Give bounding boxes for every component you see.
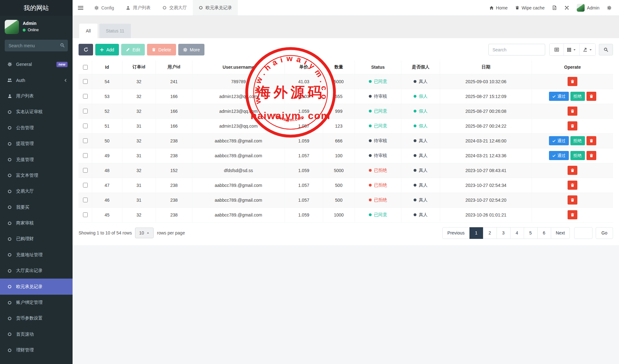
column-header-订单id[interactable]: 订单id xyxy=(122,61,156,74)
delete-row-button[interactable] xyxy=(568,181,577,190)
sidebar-item-我要买[interactable]: 我要买 xyxy=(0,199,73,215)
order-id: 31 xyxy=(122,178,156,193)
fullscreen-button[interactable] xyxy=(564,5,569,10)
columns-button[interactable] xyxy=(564,44,580,55)
column-header-是否假人[interactable]: 是否假人 xyxy=(401,61,440,74)
refresh-button[interactable] xyxy=(79,44,93,55)
delete-row-button[interactable] xyxy=(568,77,577,86)
settings-menu[interactable] xyxy=(607,6,611,10)
sidebar-item-用户列表[interactable]: 用户列表 xyxy=(0,88,73,104)
nav-tab-欧元承兑记录[interactable]: 欧元承兑记录 xyxy=(193,0,238,15)
nav-tab-用户列表[interactable]: 用户列表 xyxy=(120,0,156,15)
column-header-User.username[interactable]: User.username xyxy=(192,61,285,74)
page-button-6[interactable]: 6 xyxy=(537,227,551,239)
export-button[interactable] xyxy=(580,44,595,55)
approve-button[interactable]: 通过 xyxy=(549,136,569,145)
page-button-3[interactable]: 3 xyxy=(497,227,510,239)
approve-button[interactable]: 通过 xyxy=(549,151,569,160)
delete-row-button[interactable] xyxy=(568,166,577,175)
filter-tab-Status 11[interactable]: Status 11 xyxy=(99,24,131,38)
page-size-dropdown[interactable]: 10 xyxy=(135,228,154,238)
more-button[interactable]: More xyxy=(178,44,205,55)
sidebar-item-理财管理[interactable]: 理财管理 xyxy=(0,342,73,358)
column-header-单价[interactable]: 单价 xyxy=(285,61,323,74)
column-header-日期[interactable]: 日期 xyxy=(440,61,532,74)
detail-view-button[interactable] xyxy=(550,44,564,55)
page-button-4[interactable]: 4 xyxy=(510,227,524,239)
delete-button[interactable]: Delete xyxy=(147,44,176,55)
delete-row-button[interactable] xyxy=(568,195,577,205)
sidebar-item-交易大厅[interactable]: 交易大厅 xyxy=(0,183,73,199)
sidebar-item-大厅卖出记录[interactable]: 大厅卖出记录 xyxy=(0,263,73,279)
add-button[interactable]: Add xyxy=(95,44,119,55)
delete-row-button[interactable] xyxy=(568,210,577,219)
column-header-Id[interactable]: Id xyxy=(92,61,122,74)
username: aabbcc789.@gmail.com xyxy=(192,193,285,207)
sidebar-item-账户绑定管理[interactable]: 账户绑定管理 xyxy=(0,295,73,310)
order-id: 31 xyxy=(122,193,156,207)
delete-row-button[interactable] xyxy=(587,92,596,101)
delete-row-button[interactable] xyxy=(587,136,596,145)
sidebar-item-富文本管理[interactable]: 富文本管理 xyxy=(0,168,73,183)
delete-row-button[interactable] xyxy=(568,121,577,130)
home-link[interactable]: Home xyxy=(489,5,508,10)
circle-icon xyxy=(162,6,167,10)
nav-tab-label: 交易大厅 xyxy=(169,5,187,11)
previous-page-button[interactable]: Previous xyxy=(442,227,469,239)
nav-tab-Config[interactable]: Config xyxy=(88,0,120,15)
row-checkbox[interactable] xyxy=(83,109,88,113)
row-checkbox[interactable] xyxy=(83,94,88,99)
row-checkbox[interactable] xyxy=(83,212,88,217)
edit-button[interactable]: Edit xyxy=(121,44,145,55)
nav-tab-交易大厅[interactable]: 交易大厅 xyxy=(156,0,193,15)
menu-search-input[interactable] xyxy=(5,40,68,51)
reject-button[interactable]: 拒绝 xyxy=(570,151,585,160)
row-checkbox[interactable] xyxy=(83,138,88,143)
status-dot xyxy=(369,124,372,127)
sidebar-item-货币参数设置[interactable]: 货币参数设置 xyxy=(0,310,73,326)
filter-tab-All[interactable]: All xyxy=(79,24,97,38)
row-checkbox[interactable] xyxy=(83,168,88,173)
column-header-数量[interactable]: 数量 xyxy=(323,61,355,74)
sidebar-item-充值管理[interactable]: 充值管理 xyxy=(0,152,73,167)
row-checkbox[interactable] xyxy=(83,183,88,188)
row-checkbox[interactable] xyxy=(83,124,88,128)
go-button[interactable]: Go xyxy=(596,227,613,239)
approve-button[interactable]: 通过 xyxy=(549,92,569,101)
delete-row-button[interactable] xyxy=(587,151,596,160)
column-header-用户id[interactable]: 用户id xyxy=(156,61,192,74)
sidebar-item-已购理财[interactable]: 已购理财 xyxy=(0,231,73,247)
reject-button[interactable]: 拒绝 xyxy=(570,92,585,101)
sidebar-item-公告管理[interactable]: 公告管理 xyxy=(0,120,73,136)
page-button-1[interactable]: 1 xyxy=(469,227,483,239)
app-window: 我的网站 Admin Online GeneralnewAuth用户列表实名认证… xyxy=(0,0,619,364)
delete-row-button[interactable] xyxy=(568,107,577,116)
sidebar-item-实名认证审核[interactable]: 实名认证审核 xyxy=(0,104,73,120)
column-header-Status[interactable]: Status xyxy=(355,61,401,74)
admin-menu[interactable]: Admin xyxy=(577,4,599,12)
row-checkbox[interactable] xyxy=(83,79,88,84)
sidebar-item-提现管理[interactable]: 提现管理 xyxy=(0,136,73,152)
advanced-search-button[interactable] xyxy=(599,44,613,55)
select-all-checkbox[interactable] xyxy=(83,65,88,70)
table-search-input[interactable] xyxy=(488,44,545,55)
sidebar-item-General[interactable]: Generalnew xyxy=(0,56,73,72)
row-checkbox[interactable] xyxy=(83,198,88,202)
page-jump-input[interactable] xyxy=(574,227,592,239)
column-header-Operate[interactable]: Operate xyxy=(532,61,613,74)
date: 2024-03-21 12:46:00 xyxy=(440,133,532,148)
caret-up-icon xyxy=(146,231,150,234)
page-button-5[interactable]: 5 xyxy=(524,227,538,239)
sidebar-item-欧元承兑记录[interactable]: 欧元承兑记录 xyxy=(0,279,73,294)
sidebar-item-充值地址管理[interactable]: 充值地址管理 xyxy=(0,247,73,263)
reject-button[interactable]: 拒绝 xyxy=(570,136,585,145)
sidebar-item-商家审核[interactable]: 商家审核 xyxy=(0,215,73,231)
wipe-cache-link[interactable]: Wipe cache xyxy=(515,5,545,10)
sidebar-item-Auth[interactable]: Auth xyxy=(0,72,73,88)
row-checkbox[interactable] xyxy=(83,153,88,158)
check-update-button[interactable] xyxy=(552,5,557,10)
sidebar-item-首页滚动[interactable]: 首页滚动 xyxy=(0,326,73,342)
page-button-2[interactable]: 2 xyxy=(483,227,497,239)
next-page-button[interactable]: Next xyxy=(551,227,570,239)
sidebar-toggle-button[interactable] xyxy=(73,0,88,15)
